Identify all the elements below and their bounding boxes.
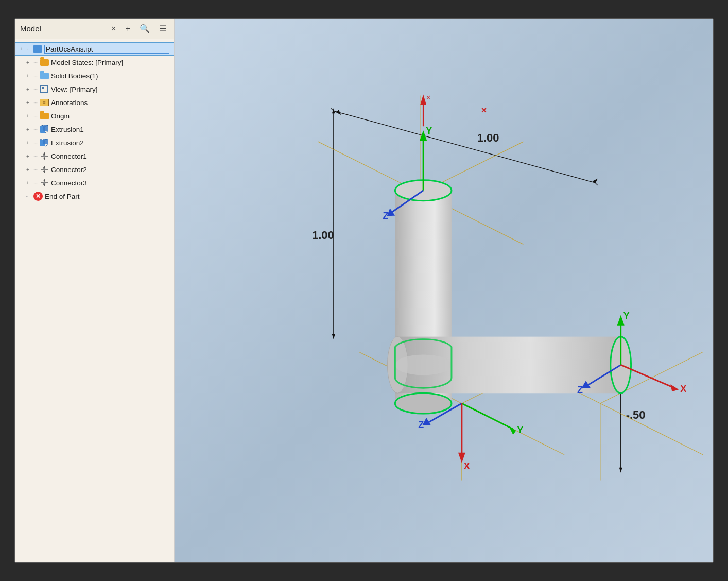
tree-item-view[interactable]: + ····· View: [Primary] bbox=[15, 82, 174, 96]
svg-marker-14 bbox=[43, 158, 45, 160]
svg-marker-23 bbox=[43, 179, 45, 181]
svg-marker-19 bbox=[43, 171, 45, 173]
tree-item-label: Extrusion1 bbox=[51, 126, 170, 133]
expand-icon[interactable]: + bbox=[24, 59, 31, 66]
error-icon: ✕ bbox=[33, 192, 43, 201]
sidebar: Model × + 🔍 ☰ + · PartUcsAxis.ipt + ····… bbox=[15, 19, 175, 562]
model-tree: + · PartUcsAxis.ipt + ····· Model States… bbox=[15, 39, 174, 562]
tree-item-end-of-part[interactable]: ··· ✕ End of Part bbox=[15, 190, 174, 203]
svg-text:X: X bbox=[680, 384, 686, 394]
svg-line-9 bbox=[45, 144, 48, 146]
connector3-icon bbox=[40, 178, 49, 187]
expand-icon[interactable]: + bbox=[24, 99, 31, 106]
svg-text:Y: Y bbox=[517, 425, 523, 435]
svg-point-12 bbox=[43, 155, 46, 158]
svg-text:Z: Z bbox=[577, 385, 583, 395]
tree-item-origin[interactable]: + ····· Origin bbox=[15, 109, 174, 123]
main-window: Model × + 🔍 ☰ + · PartUcsAxis.ipt + ····… bbox=[14, 18, 714, 563]
end-of-part-label: End of Part bbox=[45, 193, 170, 200]
tree-item-annotations[interactable]: + ····· ≡ Annotations bbox=[15, 96, 174, 109]
svg-text:1.00: 1.00 bbox=[312, 229, 334, 242]
connector2-icon bbox=[40, 165, 49, 174]
folder-blue-icon bbox=[40, 71, 49, 80]
search-button[interactable]: 🔍 bbox=[137, 23, 152, 35]
3d-model-svg: 1.00 1.00 -.50 bbox=[175, 19, 713, 562]
extrusion-icon bbox=[40, 125, 49, 134]
annotations-icon: ≡ bbox=[40, 98, 49, 107]
svg-text:Y: Y bbox=[623, 311, 630, 321]
tree-item-label: Connector3 bbox=[51, 179, 170, 187]
tree-item-label: PartUcsAxis.ipt bbox=[44, 45, 169, 54]
svg-text:×: × bbox=[426, 93, 430, 102]
tree-item-label: Extrusion2 bbox=[51, 139, 170, 147]
close-button[interactable]: × bbox=[109, 23, 118, 35]
sidebar-title: Model bbox=[20, 24, 105, 33]
tree-item-label: Solid Bodies(1) bbox=[51, 72, 170, 80]
tree-item-connector1[interactable]: + ····· Connector1 bbox=[15, 149, 174, 163]
tree-item-label: Annotations bbox=[51, 99, 170, 107]
svg-text:Z: Z bbox=[383, 211, 388, 221]
sidebar-header: Model × + 🔍 ☰ bbox=[15, 19, 174, 39]
svg-line-7 bbox=[40, 139, 43, 140]
tree-item-extrusion1[interactable]: + ····· Extrusion1 bbox=[15, 123, 174, 136]
svg-marker-13 bbox=[43, 152, 45, 155]
svg-text:X: X bbox=[464, 461, 470, 471]
svg-marker-18 bbox=[43, 166, 45, 168]
svg-line-2 bbox=[40, 125, 43, 126]
extrusion2-icon bbox=[40, 138, 49, 147]
expand-icon[interactable]: + bbox=[24, 152, 31, 160]
expand-icon[interactable]: + bbox=[18, 45, 25, 53]
connector-icon bbox=[40, 151, 49, 161]
svg-point-17 bbox=[43, 168, 46, 171]
tree-item-solid-bodies[interactable]: + ····· Solid Bodies(1) bbox=[15, 69, 174, 82]
svg-text:1.00: 1.00 bbox=[477, 131, 499, 144]
folder-yellow-icon bbox=[40, 58, 49, 67]
svg-text:Y: Y bbox=[426, 126, 432, 136]
view-icon bbox=[40, 84, 49, 94]
tree-item-label: Model States: [Primary] bbox=[51, 59, 170, 66]
add-button[interactable]: + bbox=[123, 23, 133, 35]
expand-icon[interactable]: + bbox=[24, 112, 31, 119]
svg-marker-24 bbox=[43, 184, 45, 186]
tree-item-label: View: [Primary] bbox=[51, 86, 170, 93]
menu-button[interactable]: ☰ bbox=[157, 23, 169, 35]
cube-icon bbox=[33, 44, 42, 54]
expand-icon[interactable]: + bbox=[24, 179, 31, 186]
tree-item-label: Connector1 bbox=[51, 152, 170, 160]
svg-text:×: × bbox=[481, 105, 487, 115]
expand-icon[interactable]: + bbox=[24, 166, 31, 173]
tree-item-model-states[interactable]: + ····· Model States: [Primary] bbox=[15, 56, 174, 69]
svg-text:Z: Z bbox=[418, 420, 424, 430]
tree-item-connector2[interactable]: + ····· Connector2 bbox=[15, 163, 174, 176]
svg-text:-.50: -.50 bbox=[626, 408, 646, 421]
expand-icon[interactable]: + bbox=[24, 139, 31, 146]
expand-icon: ··· bbox=[24, 193, 31, 200]
expand-icon[interactable]: + bbox=[24, 72, 31, 79]
tree-item-label: Connector2 bbox=[51, 166, 170, 174]
origin-folder-icon bbox=[40, 111, 49, 121]
svg-point-58 bbox=[395, 355, 452, 375]
expand-icon[interactable]: + bbox=[24, 86, 31, 93]
svg-point-22 bbox=[43, 182, 46, 184]
svg-line-4 bbox=[45, 131, 48, 133]
tree-item-connector3[interactable]: + ····· Connector3 bbox=[15, 176, 174, 190]
3d-viewport[interactable]: 1.00 1.00 -.50 bbox=[175, 19, 713, 562]
tree-item-root[interactable]: + · PartUcsAxis.ipt bbox=[15, 42, 174, 56]
tree-item-extrusion2[interactable]: + ····· Extrusion2 bbox=[15, 136, 174, 149]
expand-icon[interactable]: + bbox=[24, 126, 31, 133]
tree-item-label: Origin bbox=[51, 112, 170, 120]
